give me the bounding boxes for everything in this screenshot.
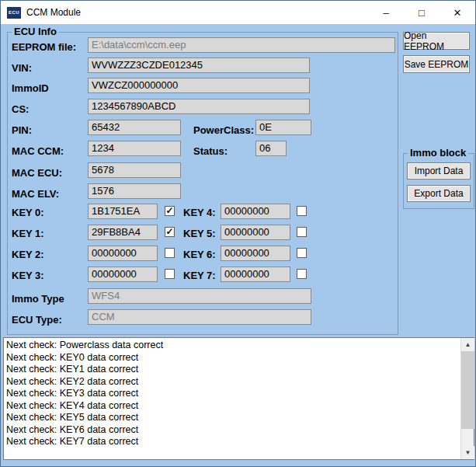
key5-label: KEY 5:: [183, 228, 216, 239]
log-line: Next check: KEY7 data correct: [6, 436, 459, 448]
key2-field[interactable]: 00000000: [88, 246, 158, 261]
log-line: Next check: KEY5 data correct: [6, 412, 459, 424]
key0-field[interactable]: 1B1751EA: [88, 204, 158, 219]
titlebar: ECU CCM Module – □ ✕: [1, 1, 475, 24]
key3-checkbox[interactable]: [165, 269, 175, 279]
powerclass-label: PowerClass:: [193, 124, 254, 136]
key0-checkbox[interactable]: ✓: [165, 206, 175, 216]
key6-field[interactable]: 00000000: [221, 246, 290, 261]
window: { "window": { "title": "CCM Module", "ic…: [0, 0, 476, 467]
scrollbar-thumb[interactable]: [461, 351, 474, 429]
pin-label: PIN:: [12, 124, 32, 136]
key1-label: KEY 1:: [12, 228, 44, 239]
key3-field[interactable]: 00000000: [88, 267, 158, 282]
log-line: Next check: KEY2 data correct: [6, 376, 459, 389]
vin-field[interactable]: WVWZZZ3CZDE012345: [88, 58, 310, 73]
immoid-label: ImmoID: [12, 82, 49, 94]
key4-field[interactable]: 00000000: [221, 204, 290, 219]
key6-checkbox[interactable]: [297, 248, 307, 258]
key2-label: KEY 2:: [12, 249, 44, 260]
export-data-button[interactable]: Export Data: [407, 185, 471, 202]
immo-block-groupbox: Immo block Import Data Export Data: [403, 153, 474, 209]
pin-field[interactable]: 65432: [88, 120, 181, 135]
log-line: Next check: Powerclass data correct: [6, 340, 459, 352]
scroll-up-icon[interactable]: ▲: [461, 338, 474, 351]
mac-ccm-label: MAC CCM:: [12, 145, 64, 157]
key7-field[interactable]: 00000000: [221, 267, 290, 282]
scroll-down-icon[interactable]: ▼: [461, 446, 474, 459]
status-label: Status:: [193, 145, 228, 157]
ecu-info-group-label: ECU Info: [12, 26, 59, 37]
maximize-button[interactable]: □: [404, 1, 440, 24]
ecu-app-icon: ECU: [7, 7, 21, 19]
immo-block-group-label: Immo block: [408, 147, 468, 159]
log-scrollbar[interactable]: ▲ ▼: [460, 338, 474, 459]
minimize-button[interactable]: –: [368, 1, 404, 24]
mac-ecu-field[interactable]: 5678: [88, 162, 181, 178]
key7-checkbox[interactable]: [297, 269, 307, 279]
eeprom-file-label: EEPROM file:: [12, 41, 76, 53]
cs-label: CS:: [12, 103, 29, 115]
log-line: Next check: KEY3 data correct: [6, 388, 459, 400]
key0-label: KEY 0:: [12, 207, 44, 218]
open-eeprom-button[interactable]: Open EEPROM: [403, 32, 470, 50]
status-log-lines: Next check: Powerclass data correct Next…: [6, 340, 459, 448]
key1-checkbox[interactable]: ✓: [165, 227, 175, 237]
ecu-type-label: ECU Type:: [12, 314, 62, 326]
mac-elv-label: MAC ELV:: [12, 188, 59, 200]
import-data-button[interactable]: Import Data: [407, 162, 471, 179]
ecu-type-field[interactable]: CCM: [88, 309, 311, 325]
immo-type-label: Immo Type: [12, 293, 64, 305]
save-eeprom-button[interactable]: Save EEPROM: [403, 55, 470, 73]
key1-field[interactable]: 29FB8BA4: [88, 225, 158, 240]
log-line: Next check: KEY6 data correct: [6, 424, 459, 437]
log-line: Next check: KEY0 data correct: [6, 352, 459, 364]
key7-label: KEY 7:: [183, 270, 216, 281]
cs-field[interactable]: 1234567890ABCD: [88, 99, 310, 114]
key5-checkbox[interactable]: [297, 227, 307, 237]
window-title: CCM Module: [26, 7, 81, 18]
powerclass-field[interactable]: 0E: [255, 120, 311, 135]
key2-checkbox[interactable]: [165, 248, 175, 258]
key5-field[interactable]: 00000000: [221, 225, 290, 240]
key4-checkbox[interactable]: [297, 206, 307, 216]
mac-ecu-label: MAC ECU:: [12, 167, 62, 179]
immo-type-field[interactable]: WFS4: [88, 288, 311, 304]
eeprom-file-field[interactable]: E:\data\ccm\ccm.eep: [88, 37, 395, 53]
key6-label: KEY 6:: [183, 249, 216, 260]
status-field[interactable]: 06: [255, 141, 287, 156]
window-controls: – □ ✕: [368, 1, 475, 24]
key4-label: KEY 4:: [183, 207, 216, 218]
status-log: Next check: Powerclass data correct Next…: [3, 337, 474, 460]
mac-ccm-field[interactable]: 1234: [88, 141, 181, 156]
key3-label: KEY 3:: [12, 270, 44, 281]
close-button[interactable]: ✕: [440, 1, 475, 24]
vin-label: VIN:: [12, 62, 32, 74]
log-line: Next check: KEY4 data correct: [6, 400, 459, 413]
immoid-field[interactable]: VWZCZ000000000: [88, 78, 310, 93]
log-line: Next check: KEY1 data correct: [6, 364, 459, 376]
mac-elv-field[interactable]: 1576: [88, 183, 181, 199]
